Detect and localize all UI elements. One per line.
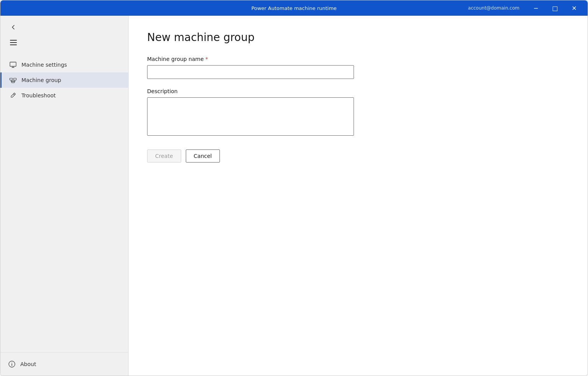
sidebar-item-machine-settings-label: Machine settings (21, 62, 67, 68)
about-icon (8, 360, 16, 368)
machine-group-name-input[interactable] (147, 65, 354, 79)
sidebar-bottom: About (0, 352, 128, 376)
machine-settings-icon (9, 61, 17, 69)
svg-rect-0 (10, 62, 16, 66)
about-item[interactable]: About (8, 357, 121, 371)
account-label: account@domain.com (468, 5, 519, 11)
minimize-button[interactable]: − (527, 2, 545, 14)
machine-group-name-group: Machine group name * (147, 56, 569, 79)
machine-group-icon (9, 76, 17, 84)
required-star: * (205, 56, 208, 62)
back-button[interactable] (7, 20, 20, 34)
description-label: Description (147, 88, 178, 94)
cancel-button[interactable]: Cancel (186, 149, 220, 163)
machine-group-name-label: Machine group name (147, 56, 204, 62)
page-title: New machine group (147, 31, 569, 44)
sidebar-item-machine-group[interactable]: Machine group (0, 72, 128, 88)
machine-group-name-label-container: Machine group name * (147, 56, 569, 62)
sidebar-item-troubleshoot-label: Troubleshoot (21, 92, 56, 99)
form-actions: Create Cancel (147, 149, 569, 163)
nav-items: Machine settings (0, 54, 128, 352)
title-bar: Power Automate machine runtime account@d… (0, 0, 588, 16)
sidebar-top (0, 16, 128, 54)
maximize-button[interactable]: □ (546, 2, 564, 14)
troubleshoot-icon (9, 92, 17, 99)
sidebar-item-troubleshoot[interactable]: Troubleshoot (0, 88, 128, 103)
svg-point-13 (11, 363, 12, 363)
title-bar-right: account@domain.com − □ ✕ (390, 2, 583, 14)
close-button[interactable]: ✕ (565, 2, 583, 14)
description-label-container: Description (147, 88, 569, 94)
description-group: Description (147, 88, 569, 137)
description-textarea[interactable] (147, 97, 354, 136)
app-window: Power Automate machine runtime account@d… (0, 0, 588, 376)
app-title: Power Automate machine runtime (251, 5, 337, 11)
content-area: New machine group Machine group name * D… (129, 16, 588, 376)
hamburger-button[interactable] (7, 36, 20, 49)
title-bar-center: Power Automate machine runtime (198, 5, 390, 11)
svg-rect-4 (14, 78, 16, 80)
hamburger-icon (10, 40, 17, 45)
about-label: About (20, 361, 36, 367)
sidebar: Machine settings (0, 16, 129, 376)
svg-line-10 (13, 94, 15, 95)
create-button[interactable]: Create (147, 149, 181, 163)
sidebar-item-machine-settings[interactable]: Machine settings (0, 57, 128, 72)
sidebar-item-machine-group-label: Machine group (21, 77, 61, 83)
svg-rect-3 (10, 78, 13, 80)
main-layout: Machine settings (0, 16, 588, 376)
